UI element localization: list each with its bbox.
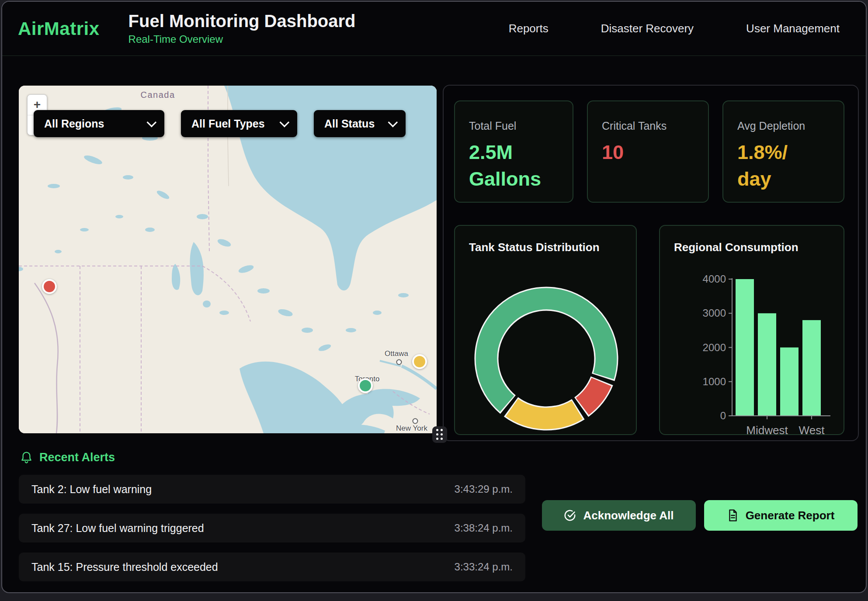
chevron-down-icon bbox=[280, 117, 290, 128]
stat-value: day bbox=[737, 166, 830, 193]
svg-text:4000: 4000 bbox=[703, 273, 726, 285]
status-filter-dropdown[interactable]: All Status bbox=[314, 110, 406, 137]
stat-label: Critical Tanks bbox=[602, 120, 694, 132]
generate-report-label: Generate Report bbox=[746, 509, 835, 522]
map-canvas[interactable]: Canada Ottawa Toronto New York + − All R… bbox=[19, 86, 437, 433]
map-label-ottawa: Ottawa bbox=[385, 349, 408, 358]
bell-icon bbox=[21, 451, 32, 464]
nav-disaster-recovery[interactable]: Disaster Recovery bbox=[601, 22, 694, 35]
ottawa-town-dot bbox=[396, 359, 402, 365]
resize-grip-icon[interactable] bbox=[432, 426, 447, 443]
tank-marker-critical[interactable] bbox=[42, 279, 57, 294]
page-title: Fuel Monitoring Dashboard bbox=[128, 12, 356, 30]
header: AirMatrix Fuel Monitoring Dashboard Real… bbox=[2, 2, 866, 56]
map-label-new-york: New York bbox=[396, 424, 427, 433]
stat-value: Gallons bbox=[469, 166, 559, 193]
svg-text:0: 0 bbox=[720, 410, 726, 421]
app-window: AirMatrix Fuel Monitoring Dashboard Real… bbox=[1, 1, 867, 593]
alert-timestamp: 3:33:24 p.m. bbox=[455, 561, 513, 573]
alert-timestamp: 3:43:29 p.m. bbox=[455, 483, 513, 495]
acknowledge-all-label: Acknowledge All bbox=[583, 509, 674, 522]
svg-text:2000: 2000 bbox=[703, 342, 726, 353]
brand-logo: AirMatrix bbox=[18, 18, 100, 39]
stat-card-total-fuel: Total Fuel 2.5M Gallons bbox=[454, 100, 573, 203]
alert-text: Tank 2: Low fuel warning bbox=[31, 483, 152, 496]
chevron-down-icon bbox=[147, 117, 157, 128]
alerts-title: Recent Alerts bbox=[39, 451, 115, 464]
stat-value: 10 bbox=[602, 139, 694, 166]
svg-text:1000: 1000 bbox=[703, 376, 726, 387]
stat-value: 2.5M bbox=[469, 139, 559, 166]
stat-card-critical-tanks: Critical Tanks 10 bbox=[587, 100, 709, 203]
alert-timestamp: 3:38:24 p.m. bbox=[455, 522, 513, 534]
fuel-type-filter-value: All Fuel Types bbox=[191, 117, 265, 130]
generate-report-button[interactable]: Generate Report bbox=[704, 500, 858, 531]
bar-chart-card: Regional Consumption 01000200030004000Mi… bbox=[659, 225, 844, 435]
check-circle-icon bbox=[564, 509, 576, 522]
nav-user-management[interactable]: User Management bbox=[746, 22, 840, 35]
metrics-panel: Total Fuel 2.5M Gallons Critical Tanks 1… bbox=[443, 85, 859, 441]
tank-marker-warning[interactable] bbox=[412, 354, 427, 369]
tank-status-donut-chart bbox=[455, 226, 638, 436]
title-block: Fuel Monitoring Dashboard Real-Time Over… bbox=[128, 12, 356, 45]
map-filters: All Regions All Fuel Types All Status bbox=[34, 110, 406, 137]
new-york-town-dot bbox=[413, 418, 418, 424]
donut-chart-card: Tank Status Distribution bbox=[454, 225, 637, 435]
tank-marker-normal[interactable] bbox=[358, 378, 373, 393]
svg-text:West: West bbox=[799, 424, 825, 436]
stat-label: Total Fuel bbox=[469, 120, 559, 132]
alert-text: Tank 15: Pressure threshold exceeded bbox=[31, 561, 218, 573]
region-filter-value: All Regions bbox=[44, 117, 104, 130]
document-icon bbox=[727, 509, 739, 522]
stat-value: 1.8%/ bbox=[737, 139, 830, 166]
nav-reports[interactable]: Reports bbox=[509, 22, 549, 35]
svg-text:Midwest: Midwest bbox=[746, 424, 788, 436]
acknowledge-all-button[interactable]: Acknowledge All bbox=[542, 500, 696, 531]
stat-label: Avg Depletion bbox=[737, 120, 830, 132]
status-filter-value: All Status bbox=[324, 117, 375, 130]
alert-row: Tank 15: Pressure threshold exceeded 3:3… bbox=[19, 553, 525, 581]
alerts-header: Recent Alerts bbox=[21, 451, 115, 464]
chevron-down-icon bbox=[388, 117, 398, 128]
map-label-canada: Canada bbox=[140, 90, 175, 100]
page-subtitle: Real-Time Overview bbox=[128, 33, 356, 45]
fuel-type-filter-dropdown[interactable]: All Fuel Types bbox=[181, 110, 297, 137]
stat-card-avg-depletion: Avg Depletion 1.8%/ day bbox=[722, 100, 844, 203]
region-filter-dropdown[interactable]: All Regions bbox=[34, 110, 164, 137]
main-nav: Reports Disaster Recovery User Managemen… bbox=[509, 22, 850, 35]
alert-row: Tank 27: Low fuel warning triggered 3:38… bbox=[19, 514, 525, 542]
alert-text: Tank 27: Low fuel warning triggered bbox=[31, 522, 204, 535]
regional-consumption-bar-chart: 01000200030004000MidwestWest bbox=[660, 226, 845, 436]
alert-row: Tank 2: Low fuel warning 3:43:29 p.m. bbox=[19, 475, 525, 504]
svg-text:3000: 3000 bbox=[703, 307, 726, 319]
